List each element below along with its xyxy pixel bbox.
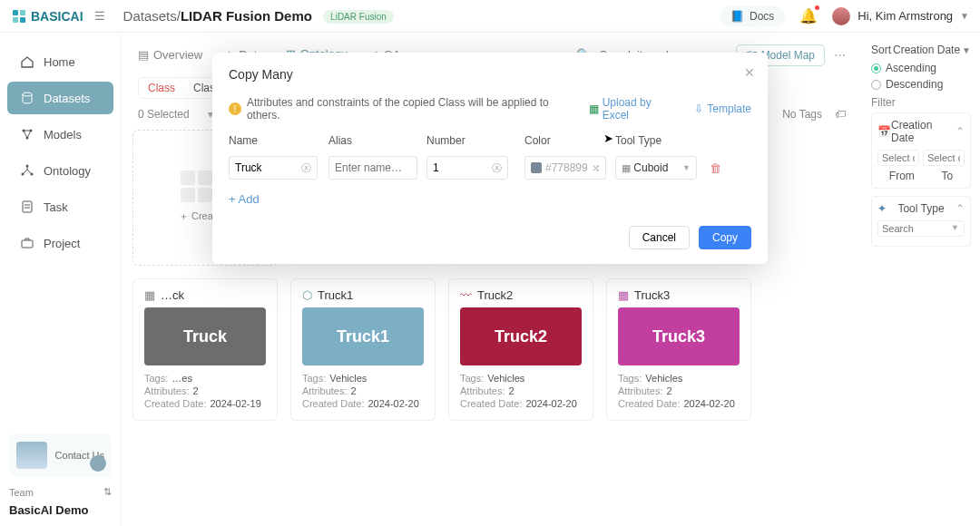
chevron-down-icon: ▼ [960,11,969,21]
date-from-input[interactable] [877,150,919,166]
tool-type-select[interactable]: ▦ Cuboid▼ [615,156,697,180]
from-label: From [889,170,915,182]
user-menu[interactable]: Hi, Kim Armstrong ▼ [832,7,969,25]
svg-rect-3 [20,17,25,23]
modal-row: ⓧ ⓧ #778899⤭ ▦ Cuboid▼ 🗑 [229,156,751,180]
docs-icon: 📘 [730,10,744,23]
download-icon: ⇩ [694,102,703,115]
svg-rect-0 [13,10,18,15]
card-thumb: Truck1 [302,307,424,365]
class-card-truck2[interactable]: 〰Truck2 Truck2 Tags:Vehicles Attributes:… [448,278,593,421]
radio-ascending[interactable]: Ascending [871,62,971,74]
number-input[interactable] [433,161,492,174]
class-card-truck[interactable]: ▦…ck Truck Tags:…es Attributes:2 Created… [132,278,278,421]
svg-rect-12 [22,240,33,248]
tool-value: Cuboid [633,161,668,174]
collapse-sidebar-icon[interactable]: ☰ [94,9,105,23]
clear-icon[interactable]: ⓧ [301,161,311,175]
name-input[interactable] [235,161,301,174]
nav-datasets[interactable]: Datasets [7,82,113,114]
logo[interactable]: BASICAI [11,8,83,24]
nav-ontology[interactable]: Ontology [7,154,113,187]
tab-overview[interactable]: ▤Overview [138,43,202,67]
modal-title: Copy Many [229,67,751,82]
card-thumb: Truck3 [618,307,740,365]
overview-icon: ▤ [138,48,149,62]
shuffle-icon[interactable]: ⤭ [592,162,600,174]
chevron-down-icon[interactable]: ▼ [962,45,971,55]
chat-bubble-icon [90,455,106,472]
tag-icon[interactable]: 🏷 [835,108,846,121]
cuboid-icon: ▦ [622,162,631,173]
project-icon [20,236,34,250]
warning-text: Attributes and constraints of the copied… [247,96,583,122]
model-map-label: Model Map [761,49,815,62]
cuboid-icon: ▦ [144,288,155,302]
cancel-button[interactable]: Cancel [629,226,690,249]
logo-icon [11,8,27,24]
notifications-icon[interactable]: 🔔 [799,7,818,24]
template-link[interactable]: ⇩Template [694,96,751,122]
contact-us-card[interactable]: Contact Us [9,433,112,477]
sort-field[interactable]: Creation Date [893,44,960,56]
radio-dot-icon [871,80,881,90]
col-color: Color [524,134,615,147]
pill-class[interactable]: Class [139,78,184,98]
tab-overview-label: Overview [153,48,202,62]
dataset-type-chip: LiDAR Fusion [323,10,394,24]
chevron-up-icon[interactable]: ⌃ [956,125,965,138]
modal-table-head: Name Alias Number Color Tool Type [229,134,751,147]
team-switch-icon[interactable]: ⇅ [103,486,112,498]
contact-illustration [16,442,47,469]
copy-many-modal: Copy Many ✕ ! Attributes and constraints… [212,53,768,264]
clear-icon[interactable]: ⓧ [492,161,502,175]
greeting: Hi, Kim Armstrong [858,9,953,23]
avatar [832,7,850,25]
cuboid-icon: ▦ [618,288,629,302]
right-panel: SortCreation Date▼ Ascending Descending … [862,33,980,526]
nav-models[interactable]: Models [7,118,113,151]
color-swatch [531,162,542,173]
svg-rect-11 [23,201,32,212]
nav-project-label: Project [44,237,80,250]
card-title-text: …ck [161,288,184,302]
team-name[interactable]: BasicAI Demo [9,503,112,517]
class-card-truck1[interactable]: ⬡Truck1 Truck1 Tags:Vehicles Attributes:… [290,278,436,421]
class-card-truck3[interactable]: ▦Truck3 Truck3 Tags:Vehicles Attributes:… [606,278,751,421]
selected-count: 0 Selected [138,108,190,121]
brand-text: BASICAI [31,9,83,24]
breadcrumb-current: LIDAR Fusion Demo [181,8,312,24]
alias-field[interactable] [328,156,417,180]
copy-button[interactable]: Copy [699,226,751,249]
number-field[interactable]: ⓧ [426,156,508,180]
nav-project[interactable]: Project [7,227,113,259]
date-to-input[interactable] [923,150,965,166]
name-field[interactable]: ⓧ [229,156,318,180]
radio-dot-icon [871,63,881,73]
breadcrumb-root[interactable]: Datasets [123,8,177,24]
delete-row-icon[interactable]: 🗑 [706,161,724,175]
col-name: Name [229,134,328,147]
svg-point-4 [23,93,32,96]
nav-ontology-label: Ontology [44,164,91,178]
close-icon[interactable]: ✕ [744,65,755,80]
nav-task[interactable]: Task [7,190,113,223]
chevron-down-icon[interactable]: ▼ [951,223,959,232]
sidebar: Home Datasets Models Ontology Task Proje… [0,33,122,526]
filter-tool-label: Tool Type [897,202,944,215]
docs-button[interactable]: 📘 Docs [720,6,785,26]
chevron-up-icon[interactable]: ⌃ [956,202,965,215]
nav-home[interactable]: Home [7,45,113,78]
radio-descending[interactable]: Descending [871,78,971,91]
nav-datasets-label: Datasets [44,92,90,105]
svg-rect-2 [13,17,18,23]
warning-icon: ! [229,102,241,115]
more-icon[interactable]: ⋯ [834,48,846,62]
filter-tool-type: ✦Tool Type⌃ ▼ [871,196,971,247]
upload-excel-link[interactable]: ▦Upload by Excel [589,96,681,122]
no-tags-label[interactable]: No Tags [782,108,822,121]
add-row-button[interactable]: + Add [229,192,751,206]
alias-input[interactable] [335,161,411,174]
color-field[interactable]: #778899⤭ [524,156,606,180]
card-title-text: Truck1 [318,288,353,302]
